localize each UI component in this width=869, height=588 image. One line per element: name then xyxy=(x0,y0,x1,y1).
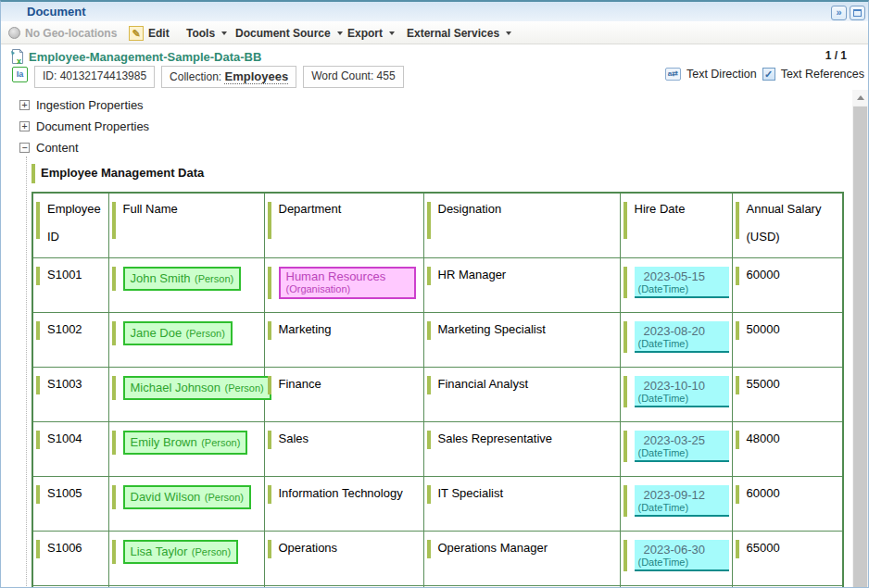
employee-id: S1003 xyxy=(47,376,82,391)
dropdown-arrow-icon xyxy=(337,31,343,35)
cell-marker-bar xyxy=(427,267,431,285)
text-references-label[interactable]: Text References xyxy=(781,68,864,81)
collapse-icon[interactable]: − xyxy=(19,143,30,153)
datetime-entity[interactable]: 2023-03-25(DateTime) xyxy=(635,431,729,462)
export-label: Export xyxy=(347,27,383,40)
cell-marker-bar xyxy=(623,267,627,298)
collection-link[interactable]: Employees xyxy=(224,69,288,84)
person-entity[interactable]: David Wilson (Person) xyxy=(123,485,252,509)
document-title[interactable]: Employee-Management-Sample-Data-BB xyxy=(29,50,261,64)
designation: Marketing Specialist xyxy=(438,321,546,336)
employee-id: S1006 xyxy=(47,540,82,555)
datetime-entity[interactable]: 2023-10-10(DateTime) xyxy=(635,376,729,407)
cell-marker-bar xyxy=(36,267,40,285)
organisation-entity[interactable]: Human Resources(Organisation) xyxy=(279,267,416,299)
person-entity[interactable]: John Smith (Person) xyxy=(123,267,242,291)
maximize-button[interactable] xyxy=(850,6,865,20)
pencil-icon: ✎ xyxy=(129,26,144,41)
menu-external-services[interactable]: External Services xyxy=(407,25,511,41)
cell-marker-bar xyxy=(427,485,431,504)
cell-marker-bar xyxy=(736,267,739,285)
cell-marker-bar xyxy=(736,202,739,239)
cell-marker-bar xyxy=(112,540,116,564)
dropdown-arrow-icon xyxy=(506,31,511,35)
expand-icon[interactable]: + xyxy=(19,121,30,131)
menu-tools[interactable]: Tools xyxy=(186,25,227,41)
heading-marker-bar xyxy=(31,164,35,183)
cell-marker-bar xyxy=(268,202,271,239)
vertical-scrollbar[interactable] xyxy=(852,90,868,587)
cell-marker-bar xyxy=(623,202,627,239)
designation: Financial Analyst xyxy=(438,376,529,391)
cell-marker-bar xyxy=(268,267,271,299)
person-entity[interactable]: Lisa Taylor (Person) xyxy=(123,540,239,564)
cell-marker-bar xyxy=(36,376,40,394)
collapse-panel-button[interactable]: » xyxy=(831,6,847,20)
menu-export[interactable]: Export xyxy=(347,25,395,41)
document-source-label: Document Source xyxy=(235,27,331,40)
document-viewer-window: Document » No Geo-locations ✎ Edit Tools… xyxy=(0,0,869,588)
datetime-entity[interactable]: 2023-09-12(DateTime) xyxy=(635,485,729,517)
person-entity[interactable]: Jane Doe (Person) xyxy=(123,321,233,345)
designation: Operations Manager xyxy=(438,540,548,555)
cell-marker-bar xyxy=(736,376,739,394)
cell-marker-bar xyxy=(36,202,40,239)
cell-marker-bar xyxy=(623,540,627,571)
person-entity[interactable]: Michael Johnson (Person) xyxy=(123,376,271,400)
cell-marker-bar xyxy=(427,202,431,239)
salary: 48000 xyxy=(747,431,780,445)
collection-badge: Collection: Employees xyxy=(161,66,296,88)
cell-marker-bar xyxy=(268,540,271,558)
window-controls: » xyxy=(831,6,865,20)
text-direction-label[interactable]: Text Direction xyxy=(686,68,757,81)
datetime-entity[interactable]: 2023-06-30(DateTime) xyxy=(635,540,729,571)
text-direction-icon[interactable]: a⇄ xyxy=(665,68,681,81)
section-document-properties: + Document Properties xyxy=(19,119,149,133)
section-label[interactable]: Content xyxy=(36,141,79,155)
expand-icon[interactable]: + xyxy=(19,100,30,110)
document-icon: x xyxy=(9,48,26,69)
text-select-icon[interactable]: Ia xyxy=(12,67,28,82)
edit-button[interactable]: ✎ Edit xyxy=(129,25,170,41)
no-geo-locations-label: No Geo-locations xyxy=(25,27,117,40)
section-label[interactable]: Ingestion Properties xyxy=(36,98,144,112)
text-references-checkbox[interactable]: ✓ xyxy=(762,68,775,81)
header-annual-salary: Annual Salary (USD) xyxy=(732,193,843,257)
table-row: S1002 Jane Doe (Person) Marketing Market… xyxy=(32,312,843,367)
cell-marker-bar xyxy=(36,321,40,340)
person-entity[interactable]: Emily Brown (Person) xyxy=(123,431,248,455)
section-ingestion-properties: + Ingestion Properties xyxy=(19,98,144,112)
cell-marker-bar xyxy=(736,485,739,504)
cell-marker-bar xyxy=(623,485,627,517)
toolbar: No Geo-locations ✎ Edit Tools Document S… xyxy=(1,21,868,44)
view-controls: a⇄ Text Direction ✓ Text References xyxy=(665,68,864,81)
employee-table: Employee ID Full Name Department Designa… xyxy=(31,192,844,588)
tree-guide-line xyxy=(26,156,27,588)
datetime-entity[interactable]: 2023-08-20(DateTime) xyxy=(635,321,729,353)
double-chevron-icon: » xyxy=(836,6,841,18)
svg-text:x: x xyxy=(17,56,21,66)
table-row: S1005 David Wilson (Person) Information … xyxy=(32,476,843,531)
datetime-entity[interactable]: 2023-05-15(DateTime) xyxy=(635,267,729,298)
cell-marker-bar xyxy=(36,540,40,558)
cell-marker-bar xyxy=(112,376,116,400)
menu-document-source[interactable]: Document Source xyxy=(235,25,343,41)
cell-marker-bar xyxy=(36,431,40,449)
scroll-up-button[interactable] xyxy=(852,90,868,106)
section-label[interactable]: Document Properties xyxy=(36,119,149,133)
edit-label: Edit xyxy=(148,27,170,40)
header-employee-id: Employee ID xyxy=(32,193,108,257)
salary: 55000 xyxy=(747,376,780,391)
section-content: − Content xyxy=(19,141,79,155)
content-heading: Employee Management Data xyxy=(41,166,204,180)
department: Operations xyxy=(279,540,338,555)
table-row: S1006 Lisa Taylor (Person) Operations Op… xyxy=(32,531,843,585)
salary: 65000 xyxy=(747,540,780,555)
cell-marker-bar xyxy=(736,540,739,558)
cell-marker-bar xyxy=(427,431,431,449)
cell-marker-bar xyxy=(112,321,116,345)
scrollbar-thumb[interactable] xyxy=(853,106,867,587)
cell-marker-bar xyxy=(112,485,116,509)
page-title: Document xyxy=(27,5,86,19)
header-department: Department xyxy=(264,193,423,257)
